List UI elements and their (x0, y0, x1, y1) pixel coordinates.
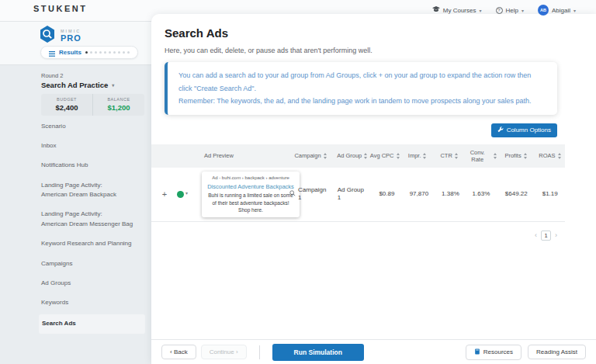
ad-display-url: Ad - buhi.com › backpack › adventure (207, 175, 294, 182)
graduation-cap-icon (432, 6, 440, 14)
table-row: + ▾ Ad - buhi.com › backpack › adventure… (151, 168, 565, 222)
budget-value: $2,400 (41, 103, 92, 112)
ad-description: Buhi is running a limited sale on some o… (207, 192, 294, 213)
cell-profits: $649.22 (497, 190, 535, 198)
sidebar-item-search-ads[interactable]: Search Ads (39, 314, 145, 333)
app-root: STUKENT My Courses ▾ ? Help ▾ AB Abigail… (0, 0, 596, 364)
header-conv-rate[interactable]: Conv. Rate (463, 149, 497, 164)
sidebar-item-notifications-hub[interactable]: Notifications Hub (0, 156, 151, 175)
practice-selector[interactable]: Search Ad Practice ▾ (41, 81, 114, 89)
help-icon: ? (496, 7, 503, 14)
main-panel: Search Ads Here, you can edit, delete, o… (151, 14, 596, 364)
info-callout: You can add a search ad to your ad group… (165, 62, 557, 115)
continue-button: Continue › (201, 345, 247, 359)
logo-pro-text: PRO (61, 33, 81, 43)
header-avg-cpc[interactable]: Avg CPC (369, 152, 400, 159)
sidebar-nav: Scenario Inbox Notifications Hub Landing… (0, 116, 151, 335)
sidebar-item-campaigns[interactable]: Campaigns (0, 254, 151, 273)
sidebar-header: MIMIC PRO Results (0, 22, 151, 65)
progress-dots (85, 51, 130, 54)
chevron-down-icon: ▾ (185, 191, 188, 197)
sort-icon[interactable] (423, 153, 426, 159)
column-options-label: Column Options (507, 127, 551, 133)
sidebar-item-inbox[interactable]: Inbox (0, 136, 151, 155)
wrench-icon (497, 127, 504, 134)
info-line-2: Remember: The keywords, the ad, and the … (178, 95, 546, 108)
status-enabled-icon (177, 191, 184, 198)
pagination-next[interactable]: › (555, 231, 557, 239)
column-options-button[interactable]: Column Options (491, 123, 557, 137)
search-ads-table: Ad Preview Campaign Ad Group Avg CPC Imp… (151, 144, 565, 222)
sidebar-item-scenario[interactable]: Scenario (0, 116, 151, 136)
table-header-row: Ad Preview Campaign Ad Group Avg CPC Imp… (151, 144, 565, 168)
help-label: Help (506, 7, 518, 14)
balance-label: BALANCE (93, 97, 144, 102)
top-bar-right: My Courses ▾ ? Help ▾ AB Abigail ▾ (432, 0, 576, 20)
sort-icon[interactable] (524, 153, 527, 159)
back-button[interactable]: ‹ Back (161, 345, 196, 359)
mimic-hexagon-icon (39, 25, 56, 47)
footer-bar: ‹ Back Continue › Run Simulation Resourc… (151, 339, 596, 364)
cell-ctr: 1.38% (436, 190, 465, 198)
balance-value: $1,200 (93, 103, 144, 112)
chevron-down-icon: ▾ (573, 8, 576, 13)
magnifier-icon (289, 190, 296, 199)
user-name: Abigail (552, 7, 570, 14)
ad-preview-card[interactable]: Ad - buhi.com › backpack › adventure Dis… (202, 172, 300, 217)
sort-icon[interactable] (324, 153, 327, 159)
practice-label: Search Ad Practice (41, 81, 108, 89)
round-label: Round 2 (41, 72, 63, 79)
resources-button[interactable]: Resources (466, 345, 522, 360)
my-courses-menu[interactable]: My Courses ▾ (432, 6, 482, 14)
ad-headline: Discounted Adventure Backpacks (207, 183, 294, 191)
run-simulation-button[interactable]: Run Simulation (272, 344, 364, 361)
cell-impressions: 97,870 (402, 190, 436, 198)
results-label: Results (59, 49, 81, 56)
pagination: ‹ 1 › (165, 231, 557, 241)
my-courses-label: My Courses (443, 7, 476, 14)
help-menu[interactable]: ? Help ▾ (496, 7, 524, 14)
user-menu[interactable]: AB Abigail ▾ (538, 5, 576, 16)
results-button[interactable]: Results (40, 46, 138, 59)
header-campaign[interactable]: Campaign (286, 152, 334, 159)
cell-campaign: Campaign 1 (289, 186, 338, 203)
header-profits[interactable]: Profits (497, 152, 535, 159)
mimic-pro-logo: MIMIC PRO (39, 25, 81, 47)
budget-balance-card: BUDGET $2,400 BALANCE $1,200 (41, 94, 144, 116)
info-line-1: You can add a search ad to your ad group… (178, 69, 546, 95)
sidebar-item-keyword-research[interactable]: Keyword Research and Planning (0, 234, 151, 254)
pagination-page-1[interactable]: 1 (541, 231, 551, 241)
ad-status-toggle[interactable]: ▾ (177, 191, 188, 198)
cell-avg-cpc: $0.89 (372, 190, 402, 198)
chevron-down-icon: ▾ (112, 82, 114, 88)
header-roas[interactable]: ROAS (535, 152, 565, 159)
stukent-logo: STUKENT (33, 4, 87, 13)
page-title: Search Ads (165, 26, 557, 40)
cell-ad-group: Ad Group 1 (338, 186, 372, 203)
sidebar-item-ad-groups[interactable]: Ad Groups (0, 274, 151, 293)
sidebar-item-landing-page-backpack[interactable]: Landing Page Activity: American Dream Ba… (0, 175, 151, 205)
expand-row-button[interactable]: + (159, 189, 170, 199)
resources-label: Resources (483, 348, 513, 355)
avatar: AB (538, 5, 549, 16)
cell-roas: $1.19 (535, 190, 565, 198)
header-ad-preview: Ad Preview (151, 152, 286, 159)
sort-icon[interactable] (397, 153, 400, 159)
cell-conv-rate: 1.63% (465, 190, 497, 198)
list-icon (49, 46, 55, 60)
sort-icon[interactable] (558, 153, 561, 159)
sort-icon[interactable] (455, 153, 458, 159)
footer-divider (259, 345, 260, 359)
sort-icon[interactable] (364, 153, 367, 159)
header-impressions[interactable]: Impr. (400, 152, 435, 159)
budget-label: BUDGET (41, 97, 92, 102)
reading-assist-button[interactable]: Reading Assist (528, 345, 586, 359)
page-subtitle: Here, you can edit, delete, or pause ads… (165, 47, 557, 54)
sidebar-item-landing-page-messenger-bag[interactable]: Landing Page Activity: American Dream Me… (0, 205, 151, 234)
chevron-down-icon: ▾ (479, 8, 481, 13)
header-ctr[interactable]: CTR (435, 152, 463, 159)
header-ad-group[interactable]: Ad Group (334, 152, 369, 159)
pagination-prev[interactable]: ‹ (535, 231, 537, 239)
sidebar-item-keywords[interactable]: Keywords (0, 293, 151, 313)
book-icon (474, 348, 480, 356)
